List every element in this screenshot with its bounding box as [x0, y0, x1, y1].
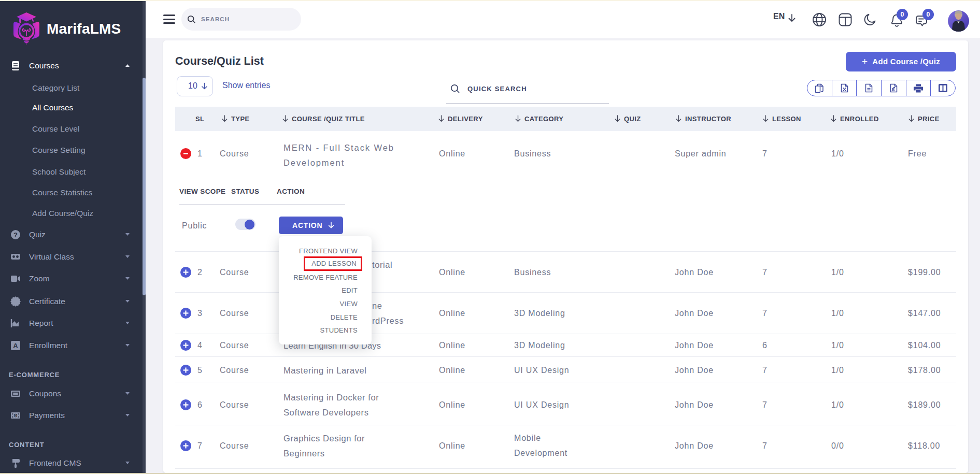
svg-text:?: ?	[13, 231, 18, 239]
svg-text:0: 0	[15, 414, 17, 418]
svg-text:A: A	[13, 342, 18, 350]
